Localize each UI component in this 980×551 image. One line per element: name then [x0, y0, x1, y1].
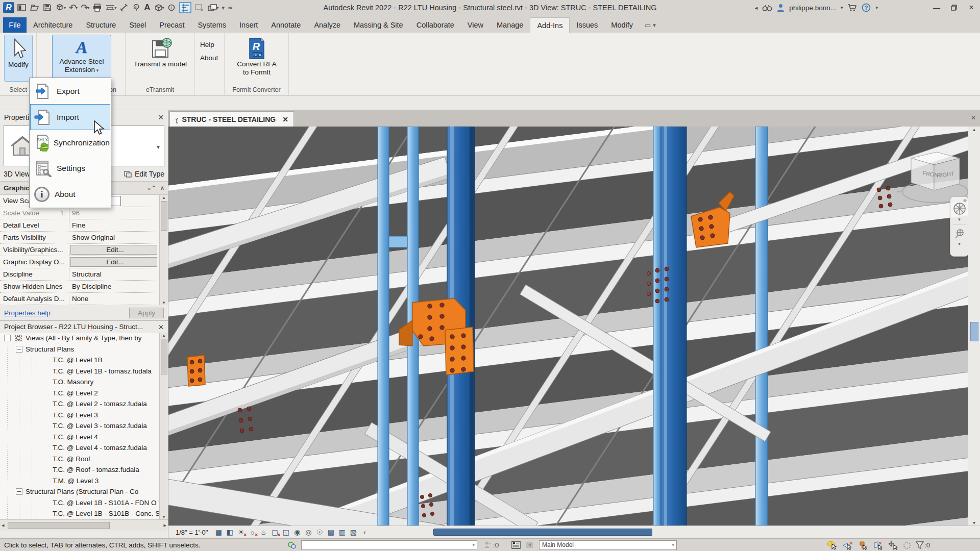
view-window-controls-icon[interactable]: ✕: [971, 114, 976, 121]
design-options-list-icon[interactable]: [511, 541, 521, 549]
property-row[interactable]: Graphic Display O... Edit...: [0, 256, 159, 268]
convert-rfa-button[interactable]: R RFA Convert RFAto FormIt: [231, 35, 282, 82]
property-row[interactable]: Scale Value1: 96: [0, 207, 159, 219]
redo-icon[interactable]: ↷▾: [81, 2, 89, 14]
scroll-right-icon[interactable]: ▸: [163, 522, 166, 529]
tree-toggle[interactable]: [16, 346, 22, 353]
worksharing-display-icon[interactable]: [287, 540, 297, 549]
sync-with-central-icon[interactable]: ▾: [55, 2, 66, 14]
print-icon[interactable]: [92, 2, 102, 14]
active-workset-combo[interactable]: ▾: [301, 540, 477, 550]
help-button[interactable]: Help: [197, 40, 217, 49]
formit-panel-label[interactable]: FormIt Converter: [225, 86, 288, 93]
viewport-vertical-scrollbar[interactable]: ▴ ▾: [968, 127, 980, 525]
user-avatar-icon[interactable]: [777, 4, 785, 12]
scroll-down-icon[interactable]: ▾: [973, 520, 975, 525]
modify-dims-icon[interactable]: ▾: [105, 2, 116, 14]
view-control-icon[interactable]: ▤: [325, 527, 336, 537]
tree-row[interactable]: T.C. @ Level 1B: [0, 355, 168, 366]
design-option-combo[interactable]: Main Model▾: [539, 540, 677, 550]
browser-horizontal-scrollbar[interactable]: ◂ ▸: [0, 519, 168, 531]
section-icon[interactable]: 1: [167, 2, 176, 14]
ribbon-tab[interactable]: Insert: [233, 17, 264, 33]
select-by-face-icon[interactable]: ×: [873, 541, 883, 550]
file-tab[interactable]: File: [3, 17, 27, 33]
view-control-icon[interactable]: ☀: [235, 527, 247, 537]
app-store-cart-icon[interactable]: [847, 4, 857, 12]
tree-row[interactable]: T.C. @ Level 1B - S101B - Conc. S: [0, 508, 168, 519]
tree-row[interactable]: T.C. @ Level 1B - S101A - FDN O: [0, 497, 168, 509]
ui-toggle-icon[interactable]: [17, 2, 27, 14]
ribbon-tab[interactable]: Annotate: [264, 17, 307, 33]
ribbon-tab[interactable]: Architecture: [27, 17, 79, 33]
ribbon-display-toggle[interactable]: ▭▾: [640, 17, 656, 33]
view-control-icon[interactable]: ‹: [359, 527, 370, 537]
undo-icon[interactable]: ↶▾: [69, 2, 78, 14]
view-control-icon[interactable]: ◱: [280, 527, 291, 537]
navigation-bar[interactable]: ⊗ ▾ ▾: [950, 196, 969, 257]
filter-icon[interactable]: :0: [916, 541, 930, 549]
project-browser-close-icon[interactable]: ✕: [158, 323, 164, 331]
view-control-icon[interactable]: ▧: [348, 527, 359, 537]
menu-item-export[interactable]: Export: [30, 79, 110, 104]
view-control-icon[interactable]: ☼: [247, 527, 258, 537]
advance-steel-extension-button[interactable]: A Advance SteelExtension ▾: [52, 35, 111, 82]
tree-row[interactable]: Structural Plans: [0, 344, 168, 355]
wheel-dropdown-icon[interactable]: ▾: [958, 217, 961, 222]
design-option-back-icon[interactable]: [525, 541, 534, 549]
tree-row[interactable]: T.C. @ Roof - tomasz.fudala: [0, 464, 168, 475]
view-control-icon[interactable]: ▦: [213, 527, 224, 537]
tree-row[interactable]: T.C. @ Roof: [0, 454, 168, 465]
navbar-close-icon[interactable]: ⊗: [963, 198, 967, 203]
inactive-view-icon[interactable]: [194, 2, 204, 14]
scrollbar-thumb[interactable]: [161, 201, 167, 231]
ribbon-tab[interactable]: Steel: [122, 17, 153, 33]
scrollbar-thumb[interactable]: [970, 322, 978, 341]
minimize-button[interactable]: —: [928, 0, 945, 15]
tree-row[interactable]: T.C. @ Level 4 - tomasz.fudala: [0, 442, 168, 454]
view-control-icon[interactable]: ◧: [224, 527, 235, 537]
property-row[interactable]: Detail Level Fine: [0, 219, 159, 232]
scroll-down-icon[interactable]: ▾: [163, 300, 165, 305]
select-underlay-icon[interactable]: ×: [842, 541, 852, 550]
view-control-icon[interactable]: ▢: [269, 527, 280, 537]
ribbon-tab[interactable]: Massing & Site: [347, 17, 410, 33]
view-control-icon[interactable]: ◎: [303, 527, 314, 537]
3d-view-canvas[interactable]: FRONT RIGHT: [168, 127, 968, 525]
tree-scrollbar[interactable]: ▴ ▾: [159, 333, 168, 519]
view-control-icon[interactable]: ▥: [336, 527, 348, 537]
measure-icon[interactable]: [119, 2, 129, 14]
switch-windows-icon[interactable]: ▾: [207, 2, 219, 14]
tree-row[interactable]: Views (All - By Family & Type, then by: [0, 333, 168, 344]
properties-close-icon[interactable]: ✕: [158, 113, 164, 121]
text-icon[interactable]: A: [144, 2, 150, 14]
apply-button[interactable]: Apply: [129, 308, 164, 318]
type-selector-dropdown-icon[interactable]: ▼: [156, 144, 161, 150]
section-collapse-icon[interactable]: ∧: [160, 185, 164, 191]
view-control-icon[interactable]: ♨: [258, 527, 269, 537]
tag-icon[interactable]: 0: [132, 2, 141, 14]
scrollbar-thumb[interactable]: [433, 529, 652, 536]
select-pinned-icon[interactable]: [857, 541, 868, 550]
restore-button[interactable]: [945, 0, 963, 15]
account-dropdown-icon[interactable]: ▾: [841, 5, 843, 10]
ribbon-tab[interactable]: Manage: [490, 17, 530, 33]
tree-row[interactable]: T.C. @ Level 3 - tomasz.fudala: [0, 420, 168, 432]
customize-qat-icon[interactable]: ▾: [222, 2, 225, 14]
scroll-up-icon[interactable]: ▴: [163, 333, 165, 338]
back-arrow-icon[interactable]: ◂: [755, 5, 758, 11]
property-row[interactable]: Discipline Structural: [0, 268, 159, 281]
scroll-left-icon[interactable]: ◂: [2, 522, 5, 529]
view-control-icon[interactable]: ☉: [314, 527, 325, 537]
tree-row[interactable]: T.C. @ Level 2 - tomasz.fudala: [0, 398, 168, 410]
ribbon-tab[interactable]: Analyze: [307, 17, 347, 33]
edit-type-button[interactable]: Edit Type: [124, 170, 164, 178]
view-selector-label[interactable]: 3D View: [4, 170, 30, 178]
modify-button[interactable]: Modify: [4, 35, 33, 82]
about-button[interactable]: About: [197, 53, 221, 63]
tree-row[interactable]: T.O. Masonry: [0, 377, 168, 388]
view-control-icon[interactable]: ◉: [291, 527, 303, 537]
default-3d-view-icon[interactable]: ▾: [154, 2, 164, 14]
open-icon[interactable]: [30, 2, 40, 14]
menu-item-about[interactable]: i About: [30, 182, 110, 207]
